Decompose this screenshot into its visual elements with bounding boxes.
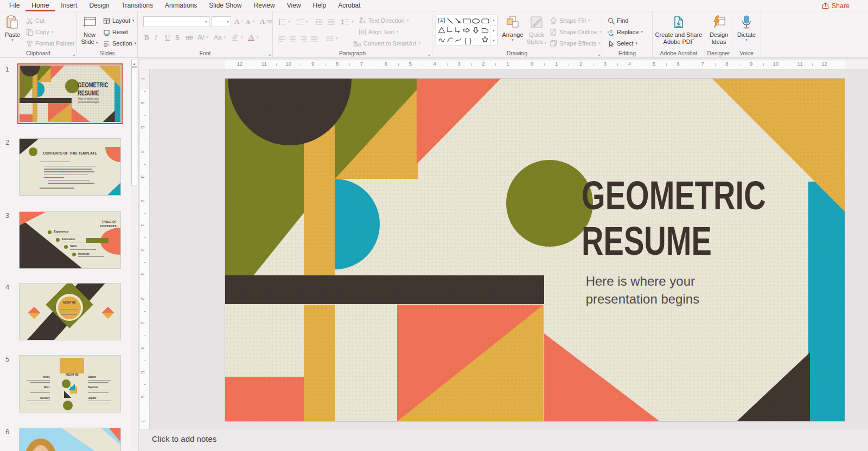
decrease-indent-button[interactable] [315, 16, 323, 27]
font-name-combo[interactable]: ▾ [143, 16, 209, 27]
align-text-button[interactable]: Align Text▾ [359, 27, 398, 37]
grow-font-button[interactable]: A＾ [234, 16, 244, 27]
thumbnail-slide-2[interactable]: CONTENTS OF THIS TEMPLATE [19, 138, 121, 196]
tab-insert[interactable]: Insert [55, 0, 83, 11]
format-painter-button[interactable]: Format Painter [26, 38, 75, 49]
character-spacing-button[interactable]: AV▾ [197, 32, 208, 43]
shape-outline-button[interactable]: Shape Outline▾ [550, 27, 601, 37]
thumb-number-2: 2 [5, 138, 9, 146]
shapes-more-icon[interactable]: ▼ [490, 36, 497, 46]
shape-effects-button[interactable]: Shape Effects▾ [550, 38, 601, 49]
slide-subtitle[interactable]: Here is where yourpresentation begins [586, 272, 699, 308]
tab-animations[interactable]: Animations [159, 0, 203, 11]
vertical-ruler-active-area [140, 90, 149, 433]
thumbnail-slide-1[interactable]: GEOMETRICRESUME Here is where yourpresen… [19, 65, 121, 123]
notes-pane[interactable]: Click to add notes [139, 429, 868, 451]
share-label: Share [832, 2, 850, 10]
change-case-button[interactable]: Aa▾ [214, 32, 226, 43]
text-direction-button[interactable]: A Text Direction▾ [359, 15, 409, 26]
text-shadow-button[interactable]: S [175, 32, 179, 43]
create-share-pdf-icon [672, 14, 686, 30]
layout-button[interactable]: Layout ▾ [103, 15, 135, 26]
tab-home[interactable]: Home [25, 0, 55, 11]
share-button[interactable]: Share [822, 1, 850, 11]
shapes-scroll-up-icon[interactable]: ▲ [490, 15, 497, 25]
quick-styles-label-2: Styles [527, 38, 543, 45]
shapes-gallery[interactable]: A {} ▲ ▼ ▼ [436, 15, 497, 46]
font-dialog-launcher[interactable]: ⌟ [269, 51, 271, 56]
clear-formatting-button[interactable]: A⌫ [260, 16, 272, 27]
select-button[interactable]: Select ▾ [608, 38, 637, 49]
clear-formatting-icon: A [260, 17, 265, 26]
tab-transitions[interactable]: Transitions [116, 0, 159, 11]
section-button[interactable]: Section ▾ [103, 38, 136, 49]
group-drawing: A {} ▲ ▼ ▼ [432, 11, 602, 57]
convert-smartart-button[interactable]: Convert to SmartArt▾ [353, 38, 420, 49]
shape-outline-icon [550, 28, 557, 36]
new-slide-button[interactable]: New Slide ▾ [80, 14, 99, 46]
scrollbar-up-icon[interactable]: ▲ [131, 60, 137, 67]
thumbnail-slide-5[interactable]: ABOUT ME Venus Mars Mercury Saturn Neptu… [19, 355, 121, 413]
tab-design[interactable]: Design [83, 0, 115, 11]
paste-dropdown-arrow: ▾ [11, 38, 14, 42]
tab-slide-show[interactable]: Slide Show [203, 0, 247, 11]
tab-help[interactable]: Help [307, 0, 333, 11]
tab-review[interactable]: Review [247, 0, 280, 11]
align-center-button[interactable] [289, 33, 296, 44]
cut-icon [26, 17, 33, 24]
tab-acrobat[interactable]: Acrobat [332, 0, 366, 11]
shapes-scroll-down-icon[interactable]: ▼ [490, 25, 497, 36]
slide-orange-triangle [417, 79, 501, 164]
bold-button[interactable]: B [144, 32, 149, 43]
cut-button[interactable]: Cut [26, 15, 44, 26]
group-acrobat: Create and Share Adobe PDF Adobe Acrobat [653, 11, 705, 57]
shape-fill-button[interactable]: Shape Fill▾ [550, 15, 590, 26]
highlight-color-button[interactable]: ▾ [231, 32, 243, 43]
paragraph-group-label: Paragraph [273, 50, 432, 56]
arrange-button[interactable]: Arrange ▾ [501, 14, 525, 42]
align-left-icon [278, 35, 285, 42]
reset-button[interactable]: Reset [103, 27, 128, 37]
thumbnail-slide-6[interactable]: A PICTURE ALWAYS [19, 428, 121, 451]
line-spacing-button[interactable]: ▾ [341, 16, 354, 27]
shrink-font-button[interactable]: A▾ [246, 16, 254, 27]
slide-brown-bar [225, 275, 544, 305]
bullets-button[interactable]: ▾ [278, 16, 290, 27]
font-size-combo[interactable]: ▾ [212, 16, 231, 27]
quick-styles-button[interactable]: Quick Styles ▾ [526, 14, 547, 46]
notes-placeholder[interactable]: Click to add notes [152, 434, 216, 443]
italic-button[interactable]: I [155, 32, 157, 43]
increase-indent-button[interactable] [327, 16, 335, 27]
replace-button[interactable]: ςb Replace ▾ [608, 27, 643, 37]
create-share-pdf-button[interactable]: Create and Share Adobe PDF [654, 14, 703, 46]
find-button[interactable]: Find [608, 15, 628, 26]
paste-button[interactable]: Paste ▾ [3, 14, 22, 42]
thumb3-item-4: Interests [78, 252, 90, 255]
slide-title[interactable]: GEOMETRICRESUME [582, 173, 766, 264]
convert-smartart-label: Convert to SmartArt [363, 40, 416, 47]
clipboard-dialog-launcher[interactable]: ⌟ [73, 51, 75, 56]
design-ideas-button[interactable]: Design Ideas [707, 14, 731, 46]
paragraph-dialog-launcher[interactable]: ⌟ [428, 51, 430, 56]
layout-label: Layout [112, 17, 130, 24]
strikethrough-button[interactable]: ab [186, 32, 193, 43]
align-left-button[interactable] [278, 33, 285, 44]
columns-button[interactable]: ▾ [326, 33, 338, 44]
thumbnail-slide-3[interactable]: TABLE OFCONTENTS Experience Education Sk… [19, 211, 121, 269]
bullets-icon [278, 18, 286, 25]
underline-button[interactable]: U [165, 32, 170, 43]
dictate-button[interactable]: Dictate ▾ [735, 14, 758, 42]
numbering-button[interactable]: ▾ [296, 16, 308, 27]
tab-file[interactable]: File [3, 0, 25, 11]
thumb5-left-item-1: Venus [31, 376, 49, 378]
thumb3-title: TABLE OFCONTENTS [100, 220, 116, 228]
scrollbar-thumb[interactable] [131, 67, 137, 185]
justify-button[interactable] [311, 33, 318, 44]
copy-button[interactable]: Copy ▾ [26, 27, 53, 37]
drawing-dialog-launcher[interactable]: ⌟ [598, 51, 600, 56]
slide-canvas[interactable]: GEOMETRICRESUME Here is where yourpresen… [225, 79, 845, 421]
font-color-button[interactable]: A ▾ [248, 32, 259, 43]
tab-view[interactable]: View [281, 0, 307, 11]
thumbnail-slide-4[interactable]: ABOUT ME [19, 283, 121, 340]
align-right-button[interactable] [300, 33, 307, 44]
